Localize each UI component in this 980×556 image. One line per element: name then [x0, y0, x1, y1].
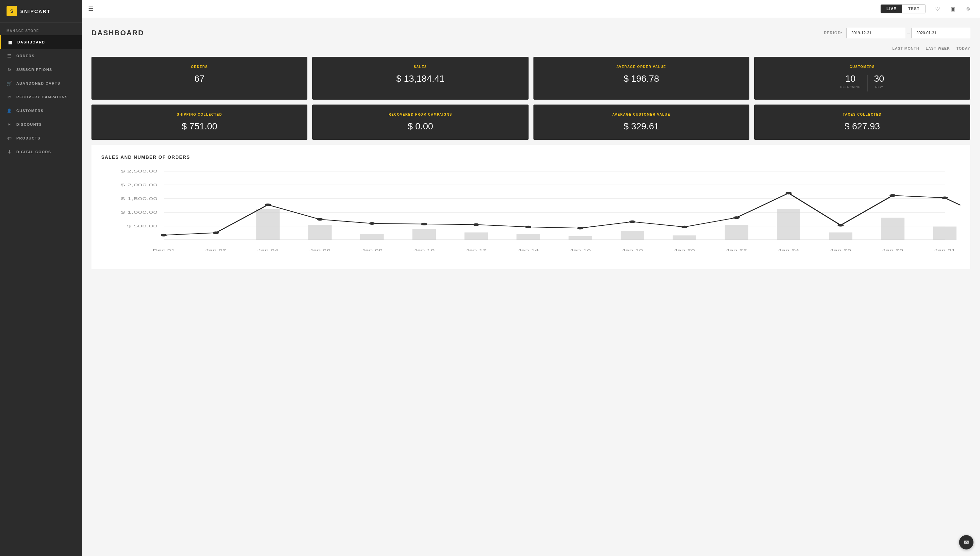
svg-rect-15: [517, 234, 540, 240]
new-label: NEW: [874, 85, 884, 89]
svg-point-33: [577, 227, 583, 230]
stat-card-shipping: SHIPPING COLLECTED $ 751.00: [92, 105, 307, 140]
sidebar-label-recovery-campaigns: RECOVERY CAMPAIGNS: [16, 95, 68, 99]
sidebar-label-products: PRODUCTS: [16, 136, 40, 140]
svg-point-39: [890, 194, 896, 197]
bookmark-icon[interactable]: ▣: [948, 3, 958, 14]
icon-subscriptions: ↻: [6, 67, 13, 73]
chart-section: SALES AND NUMBER OF ORDERS $ 2,500.00$ 2…: [92, 145, 970, 269]
period-shortcuts: LAST MONTHLAST WEEKTODAY: [92, 46, 970, 50]
stat-label-recovered: RECOVERED FROM CAMPAIGNS: [319, 113, 521, 116]
shortcut-last-month[interactable]: LAST MONTH: [893, 46, 919, 50]
returning-label: RETURNING: [840, 85, 861, 89]
manage-store-label: MANAGE STORE: [0, 23, 82, 35]
svg-text:Jan 06: Jan 06: [309, 249, 331, 252]
sidebar-item-customers[interactable]: 👤 CUSTOMERS: [0, 104, 82, 118]
svg-rect-14: [465, 233, 488, 240]
svg-text:Jan 20: Jan 20: [674, 249, 695, 252]
svg-point-37: [785, 192, 791, 194]
sidebar-label-discounts: DISCOUNTS: [16, 123, 42, 126]
svg-text:$ 1,000.00: $ 1,000.00: [121, 211, 157, 214]
logo-icon: S: [6, 6, 17, 16]
sidebar-item-subscriptions[interactable]: ↻ SUBSCRIPTIONS: [0, 63, 82, 76]
svg-text:Jan 10: Jan 10: [413, 249, 435, 252]
svg-text:$ 2,000.00: $ 2,000.00: [121, 183, 157, 187]
stat-value-taxes: $ 627.93: [761, 121, 964, 132]
icon-products: 🏷: [6, 135, 13, 141]
page-title: DASHBOARD: [92, 29, 824, 37]
sidebar-item-dashboard[interactable]: ▦ DASHBOARD: [0, 35, 82, 49]
chart-svg: $ 2,500.00$ 2,000.00$ 1,500.00$ 1,000.00…: [101, 168, 961, 259]
svg-point-32: [525, 226, 531, 228]
svg-rect-17: [621, 231, 644, 240]
sidebar-item-orders[interactable]: ☰ ORDERS: [0, 49, 82, 63]
svg-rect-10: [256, 209, 279, 240]
icon-discounts: ✂: [6, 121, 13, 128]
customer-divider: [867, 75, 868, 92]
svg-text:Jan 22: Jan 22: [726, 249, 747, 252]
returning-group: 10 RETURNING: [840, 73, 861, 89]
live-button[interactable]: LIVE: [881, 5, 903, 13]
stat-value-orders: 67: [98, 73, 301, 84]
date-from-input[interactable]: [846, 28, 905, 38]
bell-icon[interactable]: ♡: [932, 3, 943, 14]
sidebar-item-digital-goods[interactable]: ⬇ DIGITAL GOODS: [0, 145, 82, 159]
svg-point-28: [317, 218, 323, 221]
svg-rect-18: [673, 236, 696, 240]
customers-split: 10 RETURNING 30 NEW: [761, 73, 964, 92]
svg-rect-13: [412, 229, 436, 240]
new-group: 30 NEW: [874, 73, 884, 89]
sidebar-item-abandoned-carts[interactable]: 🛒 ABANDONED CARTS: [0, 76, 82, 90]
period-label: PERIOD:: [824, 31, 843, 35]
chat-bubble[interactable]: ✉: [959, 535, 974, 550]
date-separator: –: [907, 30, 910, 36]
stat-card-orders: ORDERS 67: [92, 57, 307, 100]
sidebar-label-abandoned-carts: ABANDONED CARTS: [16, 81, 60, 85]
logo-text: SNIPCART: [20, 8, 51, 14]
svg-text:Jan 28: Jan 28: [882, 249, 903, 252]
topbar: ☰ LIVE TEST ♡ ▣ ☺: [82, 0, 980, 18]
stat-label-customers: CUSTOMERS: [761, 65, 964, 69]
stat-card-recovered: RECOVERED FROM CAMPAIGNS $ 0.00: [312, 105, 528, 140]
sidebar-item-recovery-campaigns[interactable]: ⟳ RECOVERY CAMPAIGNS: [0, 90, 82, 104]
sidebar-label-orders: ORDERS: [16, 54, 35, 58]
icon-orders: ☰: [6, 53, 13, 59]
sidebar-item-products[interactable]: 🏷 PRODUCTS: [0, 131, 82, 145]
stat-label-orders: ORDERS: [98, 65, 301, 69]
test-button[interactable]: TEST: [902, 5, 925, 13]
svg-text:Jan 08: Jan 08: [362, 249, 383, 252]
svg-text:$ 1,500.00: $ 1,500.00: [121, 197, 157, 200]
sidebar-nav: ▦ DASHBOARD ☰ ORDERS ↻ SUBSCRIPTIONS 🛒 A…: [0, 35, 82, 159]
svg-rect-12: [360, 234, 384, 240]
svg-rect-16: [569, 236, 592, 240]
svg-point-31: [473, 223, 479, 226]
stat-label-shipping: SHIPPING COLLECTED: [98, 113, 301, 116]
sidebar-label-customers: CUSTOMERS: [16, 109, 44, 113]
stat-label-avg-customer: AVERAGE CUSTOMER VALUE: [540, 113, 743, 116]
shortcut-last-week[interactable]: LAST WEEK: [926, 46, 950, 50]
sidebar-label-dashboard: DASHBOARD: [17, 40, 45, 44]
svg-point-38: [838, 224, 844, 226]
svg-point-34: [629, 220, 635, 223]
svg-text:Jan 14: Jan 14: [518, 249, 539, 252]
hamburger-icon[interactable]: ☰: [88, 5, 94, 13]
svg-point-27: [265, 204, 271, 206]
date-to-input[interactable]: [911, 28, 970, 38]
user-icon[interactable]: ☺: [963, 3, 974, 14]
stat-card-customers: CUSTOMERS 10 RETURNING 30 NEW: [754, 57, 970, 100]
svg-text:Jan 18: Jan 18: [622, 249, 643, 252]
icon-digital-goods: ⬇: [6, 149, 13, 155]
shortcut-today[interactable]: TODAY: [956, 46, 970, 50]
icon-recovery-campaigns: ⟳: [6, 94, 13, 100]
stat-card-avg-customer: AVERAGE CUSTOMER VALUE $ 329.61: [533, 105, 749, 140]
svg-rect-19: [725, 225, 748, 240]
new-value: 30: [874, 73, 884, 84]
svg-point-25: [161, 234, 167, 236]
svg-text:Jan 16: Jan 16: [570, 249, 591, 252]
svg-point-30: [421, 223, 427, 225]
svg-text:Dec 31: Dec 31: [153, 249, 175, 252]
sidebar-item-discounts[interactable]: ✂ DISCOUNTS: [0, 118, 82, 131]
svg-text:$ 500.00: $ 500.00: [127, 225, 157, 228]
svg-text:Jan 02: Jan 02: [205, 249, 226, 252]
svg-text:$ 2,500.00: $ 2,500.00: [121, 170, 157, 173]
